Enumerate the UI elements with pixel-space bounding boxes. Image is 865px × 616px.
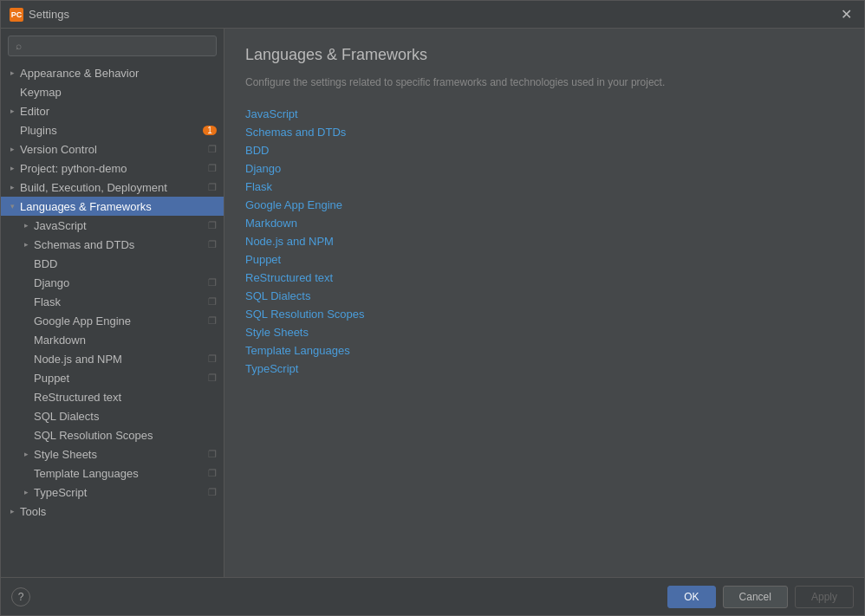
framework-link[interactable]: Schemas and DTDs — [245, 126, 843, 139]
ok-button[interactable]: OK — [667, 586, 715, 608]
sidebar-item-build[interactable]: Build, Execution, Deployment❐ — [1, 178, 224, 197]
sidebar-item-languages[interactable]: Languages & Frameworks — [1, 197, 224, 216]
external-icon: ❐ — [208, 468, 217, 479]
external-icon: ❐ — [208, 449, 217, 460]
external-icon: ❐ — [208, 315, 217, 327]
sidebar-item-label: Node.js and NPM — [34, 353, 122, 366]
sidebar-item-label: Editor — [20, 105, 49, 118]
sidebar-item-stylesheets[interactable]: Style Sheets❐ — [1, 444, 224, 464]
sidebar-item-label: ReStructured text — [34, 391, 121, 404]
sidebar-item-nodejs[interactable]: Node.js and NPM❐ — [1, 349, 224, 368]
sidebar-item-label: Tools — [20, 505, 46, 518]
framework-link[interactable]: Flask — [245, 180, 843, 193]
external-icon: ❐ — [208, 163, 217, 174]
sidebar-item-version-control[interactable]: Version Control❐ — [1, 139, 224, 159]
sidebar-item-puppet[interactable]: Puppet❐ — [1, 368, 224, 387]
chevron-icon — [8, 164, 16, 172]
external-icon: ❐ — [208, 487, 217, 498]
search-icon: ⌕ — [16, 40, 22, 52]
sidebar-item-label: Build, Execution, Deployment — [20, 181, 167, 194]
chevron-icon — [22, 450, 30, 458]
sidebar-item-template-langs[interactable]: Template Languages❐ — [1, 464, 224, 483]
sidebar-item-label: JavaScript — [34, 219, 87, 232]
external-icon: ❐ — [208, 144, 217, 155]
chevron-icon — [8, 183, 16, 191]
sidebar-item-javascript[interactable]: JavaScript❐ — [1, 216, 224, 235]
external-icon: ❐ — [208, 220, 217, 231]
framework-link[interactable]: Node.js and NPM — [245, 235, 843, 248]
sidebar-item-label: SQL Dialects — [34, 410, 99, 423]
sidebar-item-label: Languages & Frameworks — [20, 200, 152, 213]
sidebar-item-label: Markdown — [34, 334, 86, 347]
external-icon: ❐ — [208, 353, 217, 365]
sidebar-item-project[interactable]: Project: python-demo❐ — [1, 159, 224, 178]
external-icon: ❐ — [208, 277, 217, 289]
help-button[interactable]: ? — [11, 587, 30, 606]
sidebar-item-sql-dialects[interactable]: SQL Dialects — [1, 406, 224, 425]
sidebar-item-label: Google App Engine — [34, 314, 131, 327]
sidebar-item-typescript[interactable]: TypeScript❐ — [1, 483, 224, 502]
sidebar-item-keymap[interactable]: Keymap — [1, 82, 224, 101]
chevron-icon — [8, 507, 16, 515]
title-bar: PC Settings ✕ — [1, 1, 864, 29]
main-panel: Languages & Frameworks Configure the set… — [224, 29, 864, 577]
external-icon: ❐ — [208, 296, 217, 308]
external-icon: ❐ — [208, 239, 217, 250]
window-title: Settings — [29, 8, 837, 21]
framework-links: JavaScriptSchemas and DTDsBDDDjangoFlask… — [245, 107, 843, 375]
sidebar-item-schemas[interactable]: Schemas and DTDs❐ — [1, 235, 224, 254]
panel-description: Configure the settings related to specif… — [245, 75, 843, 90]
chevron-icon — [8, 202, 16, 211]
framework-link[interactable]: JavaScript — [245, 107, 843, 120]
close-button[interactable]: ✕ — [837, 6, 855, 23]
sidebar-item-label: Plugins — [20, 124, 57, 137]
framework-link[interactable]: Style Sheets — [245, 326, 843, 339]
chevron-icon — [22, 240, 30, 249]
sidebar-item-gae[interactable]: Google App Engine❐ — [1, 311, 224, 330]
chevron-icon — [22, 488, 30, 496]
framework-link[interactable]: Puppet — [245, 253, 843, 266]
chevron-icon — [8, 68, 16, 77]
sidebar-item-restructured[interactable]: ReStructured text — [1, 387, 224, 406]
framework-link[interactable]: SQL Resolution Scopes — [245, 308, 843, 321]
sidebar: ⌕ Appearance & BehaviorKeymapEditorPlugi… — [1, 29, 224, 577]
sidebar-item-tools[interactable]: Tools — [1, 502, 224, 521]
chevron-icon — [8, 107, 16, 115]
sidebar-item-label: Flask — [34, 295, 61, 308]
bottom-bar: ? OK Cancel Apply — [1, 577, 864, 615]
sidebar-item-plugins[interactable]: Plugins1 — [1, 120, 224, 139]
sidebar-item-appearance[interactable]: Appearance & Behavior — [1, 63, 224, 82]
framework-link[interactable]: ReStructured text — [245, 271, 843, 284]
sidebar-item-markdown[interactable]: Markdown — [1, 330, 224, 349]
sidebar-item-flask[interactable]: Flask❐ — [1, 292, 224, 311]
framework-link[interactable]: BDD — [245, 144, 843, 157]
sidebar-item-label: Style Sheets — [34, 448, 97, 461]
sidebar-item-label: Keymap — [20, 86, 62, 99]
apply-button[interactable]: Apply — [795, 586, 854, 608]
cancel-button[interactable]: Cancel — [723, 586, 788, 608]
framework-link[interactable]: TypeScript — [245, 362, 843, 375]
app-icon: PC — [10, 8, 23, 22]
sidebar-item-sql-resolution[interactable]: SQL Resolution Scopes — [1, 425, 224, 444]
framework-link[interactable]: SQL Dialects — [245, 289, 843, 302]
sidebar-item-label: Schemas and DTDs — [34, 238, 134, 251]
sidebar-item-editor[interactable]: Editor — [1, 101, 224, 120]
content-area: ⌕ Appearance & BehaviorKeymapEditorPlugi… — [1, 29, 864, 577]
external-icon: ❐ — [208, 182, 217, 193]
settings-dialog: PC Settings ✕ ⌕ Appearance & BehaviorKey… — [0, 0, 865, 616]
sidebar-item-django[interactable]: Django❐ — [1, 273, 224, 292]
sidebar-item-bdd[interactable]: BDD — [1, 254, 224, 273]
sidebar-item-label: Project: python-demo — [20, 162, 127, 175]
framework-link[interactable]: Google App Engine — [245, 198, 843, 211]
search-input[interactable] — [27, 40, 209, 52]
sidebar-tree: Appearance & BehaviorKeymapEditorPlugins… — [1, 63, 224, 577]
framework-link[interactable]: Markdown — [245, 217, 843, 230]
framework-link[interactable]: Template Languages — [245, 344, 843, 357]
sidebar-item-label: Version Control — [20, 143, 97, 156]
external-icon: ❐ — [208, 373, 217, 384]
sidebar-item-label: Template Languages — [34, 467, 139, 480]
search-box[interactable]: ⌕ — [8, 36, 217, 56]
panel-title: Languages & Frameworks — [245, 46, 843, 64]
framework-link[interactable]: Django — [245, 162, 843, 175]
sidebar-item-label: Django — [34, 276, 69, 289]
